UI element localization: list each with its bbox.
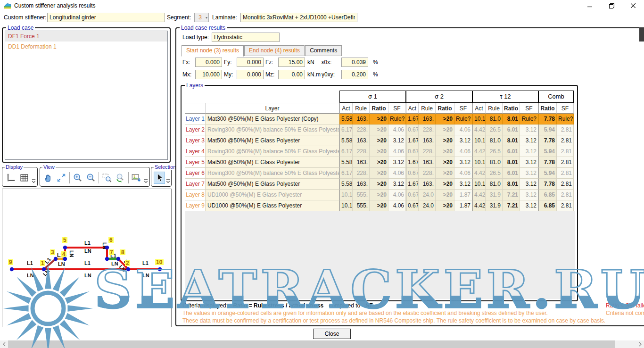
load-case-item[interactable]: DD1 Deformation 1 xyxy=(5,41,167,52)
zoom-in-icon[interactable] xyxy=(72,172,84,184)
value-cell: 0.67 xyxy=(406,168,419,179)
value-cell: 10.1 xyxy=(472,135,486,146)
stiffener-section-canvas[interactable]: L1LNL1LNL1LNL1LNL1LNL1LNL1LNLNL1LNL1LN91… xyxy=(2,189,172,327)
view-toolbar-title: View xyxy=(42,164,56,170)
axes-icon[interactable] xyxy=(5,172,17,184)
value-cell: 1.67 xyxy=(406,179,419,190)
criteria-failed-note: Ratio < SF: failed xyxy=(606,302,644,309)
table-row[interactable]: Layer 4Roving300 @50%(M) balance 50% E G… xyxy=(185,146,574,157)
value-cell: 3.12 xyxy=(520,200,538,211)
value-cell: 7.21 xyxy=(503,200,520,211)
grid-icon[interactable] xyxy=(18,172,30,184)
load-case-item[interactable]: DF1 Force 1 xyxy=(5,31,167,41)
toolbar-overflow-button[interactable] xyxy=(143,177,149,185)
value-cell: 0.67 xyxy=(406,200,419,211)
layer-label-cell: Layer 1 xyxy=(185,114,206,124)
node-label: 9 xyxy=(9,259,12,265)
value-cell: 4.42 xyxy=(472,190,486,200)
value-cell: Rule? xyxy=(557,114,574,124)
pan-hand-icon[interactable] xyxy=(42,172,55,184)
custom-stiffener-input[interactable] xyxy=(47,13,165,22)
group-header-spacer xyxy=(185,91,339,103)
load-case-results-group: Load case results Load type: Start node … xyxy=(175,27,644,326)
force-field-input[interactable] xyxy=(237,70,264,79)
table-row[interactable]: Layer 3Mat500 @50%(M) E Glass Polyester5… xyxy=(185,135,574,146)
table-row[interactable]: Layer 1Mat300 @50%(M) E Glass Polyester … xyxy=(185,114,574,124)
horizontal-scrollbar-thumb[interactable] xyxy=(8,340,615,348)
value-cell: 7.78 xyxy=(538,157,557,168)
zoom-out-icon[interactable] xyxy=(85,172,97,184)
select-arrow-icon[interactable] xyxy=(154,172,165,184)
tab-end-node-4-results[interactable]: End node (4) results xyxy=(244,45,305,56)
value-cell: 5.58 xyxy=(339,135,353,146)
restore-button[interactable] xyxy=(601,0,622,11)
column-header: Ratio xyxy=(538,103,557,114)
table-row[interactable]: Layer 8UD1000 @50%(M) E Glass Polyester1… xyxy=(185,190,574,200)
segment-label: Segment: xyxy=(167,13,191,22)
export-image-icon[interactable] xyxy=(131,172,143,184)
value-cell: 31.9 xyxy=(486,200,503,211)
segment-label: L1 xyxy=(142,260,149,266)
zoom-window-icon[interactable] xyxy=(101,172,113,184)
table-row[interactable]: Layer 7Mat500 @50%(M) E Glass Polyester5… xyxy=(185,179,574,190)
segment-label: LN xyxy=(84,248,91,254)
value-cell: >20 xyxy=(370,179,388,190)
load-case-group: Load case DF1 Force 1DD1 Deformation 1 xyxy=(2,27,171,163)
value-cell: 0.67 xyxy=(406,124,419,135)
horizontal-scrollbar[interactable] xyxy=(0,340,644,348)
value-cell: >20 xyxy=(370,114,388,124)
force-field-input[interactable] xyxy=(195,58,222,67)
segment-select[interactable]: 3 ▾ xyxy=(194,13,209,22)
load-case-list[interactable]: DF1 Force 1DD1 Deformation 1 xyxy=(5,31,168,160)
column-header: Act xyxy=(472,103,486,114)
value-cell: 3.12 xyxy=(388,135,406,146)
value-cell: 3.12 xyxy=(388,179,406,190)
value-cell: 2.81 xyxy=(557,146,574,157)
column-header xyxy=(185,103,206,114)
zoom-extents-icon[interactable] xyxy=(56,172,68,184)
toolbar-overflow-button[interactable] xyxy=(31,177,36,185)
value-cell: 10.1 xyxy=(472,179,486,190)
node-dot xyxy=(105,257,109,261)
value-cell: 6.17 xyxy=(339,168,353,179)
group-header-comb: Comb xyxy=(538,91,574,103)
segment-label: LN xyxy=(111,261,118,266)
zoom-refresh-icon[interactable] xyxy=(114,172,126,184)
table-row[interactable]: Layer 9UD1000 @50%(M) E Glass Polyester1… xyxy=(185,200,574,211)
value-cell: 10.1 xyxy=(339,200,353,211)
value-cell: 4.06 xyxy=(388,168,406,179)
tab-start-node-3-results[interactable]: Start node (3) results xyxy=(182,45,244,57)
criteria-prefix: Criteria displayed: xyxy=(182,302,228,309)
value-cell: 31.9 xyxy=(486,190,503,200)
toolbar-overflow-button[interactable] xyxy=(165,177,171,185)
minimize-button[interactable] xyxy=(579,0,601,11)
close-button[interactable]: Close xyxy=(313,329,351,339)
layer-material-cell: Roving300 @50%(M) balance 50% E Glass Po… xyxy=(206,168,339,179)
strain-input[interactable] xyxy=(341,70,368,79)
force-field-input[interactable] xyxy=(278,70,305,79)
force-field-input[interactable] xyxy=(237,58,264,67)
node-dot xyxy=(10,267,14,271)
layer-label-cell: Layer 5 xyxy=(185,157,206,168)
criteria-line: Criteria displayed: Ratio = Rule stress … xyxy=(182,302,373,309)
vertical-scrollbar-thumb[interactable] xyxy=(639,27,644,41)
value-cell: 8.01 xyxy=(503,157,520,168)
tab-comments[interactable]: Comments xyxy=(305,45,342,56)
close-window-button[interactable] xyxy=(622,0,644,11)
table-row[interactable]: Layer 6Roving300 @50%(M) balance 50% E G… xyxy=(185,168,574,179)
stiffener-section-diagram: L1LNL1LNL1LNL1LNL1LNL1LNL1LNLNL1LNL1LN91… xyxy=(2,189,171,327)
value-cell: 2.81 xyxy=(557,190,574,200)
scroll-left-arrow-icon[interactable] xyxy=(0,340,8,348)
force-field-input[interactable] xyxy=(195,70,222,79)
app-icon xyxy=(4,2,11,9)
table-row[interactable]: Layer 2Roving300 @50%(M) balance 50% E G… xyxy=(185,124,574,135)
node-dot xyxy=(126,267,130,271)
table-row[interactable]: Layer 5Mat500 @50%(M) E Glass Polyester5… xyxy=(185,157,574,168)
load-type-input[interactable] xyxy=(212,33,280,42)
force-field-input[interactable] xyxy=(278,58,305,67)
scroll-right-arrow-icon[interactable] xyxy=(636,340,644,348)
value-cell: >20 xyxy=(436,124,454,135)
value-cell: 5.94 xyxy=(538,146,557,157)
laminate-input[interactable] xyxy=(240,13,357,22)
strain-input[interactable] xyxy=(341,58,368,67)
